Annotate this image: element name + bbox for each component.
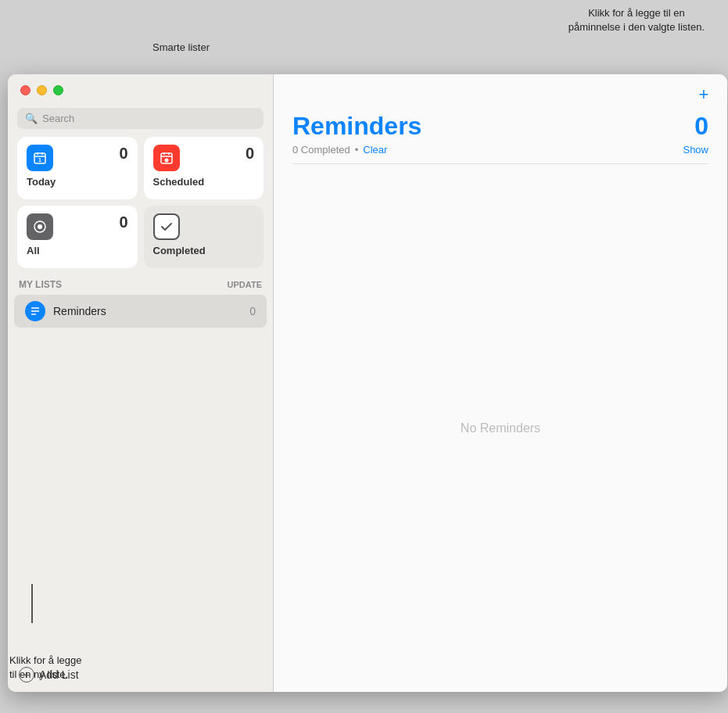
annotation-smart-lists: Smarte lister bbox=[152, 41, 210, 55]
completed-label: Completed bbox=[153, 245, 255, 256]
today-count: 0 bbox=[119, 145, 127, 163]
completed-row: 0 Completed • Clear Show bbox=[274, 141, 727, 156]
svg-point-9 bbox=[164, 159, 168, 163]
smart-lists-grid: 1 0 Today bbox=[8, 137, 273, 276]
reminders-list-name: Reminders bbox=[53, 305, 242, 317]
annotation-line-add-list bbox=[31, 584, 33, 623]
completed-count-label: 0 Completed bbox=[292, 144, 350, 156]
all-label: All bbox=[27, 245, 128, 256]
clear-button[interactable]: Clear bbox=[363, 144, 387, 156]
svg-point-11 bbox=[38, 224, 42, 229]
smart-card-completed[interactable]: Completed bbox=[144, 206, 264, 268]
reminders-count: 0 bbox=[694, 112, 708, 141]
search-bar[interactable]: 🔍 Search bbox=[17, 108, 264, 129]
search-input-placeholder: Search bbox=[42, 113, 74, 124]
annotation-add-list: Klikk for å legge til en ny liste. bbox=[9, 654, 82, 682]
smart-card-scheduled[interactable]: 0 Scheduled bbox=[144, 137, 264, 199]
reminders-list-count: 0 bbox=[249, 305, 256, 317]
dot-separator: • bbox=[355, 144, 359, 156]
search-icon: 🔍 bbox=[25, 113, 38, 124]
reminders-title: Reminders bbox=[292, 112, 421, 141]
main-topbar: + bbox=[274, 74, 727, 106]
app-window: 🔍 Search 1 0 bbox=[8, 74, 727, 692]
annotation-add-reminder: Klikk for å legge til en påminnelse i de… bbox=[568, 6, 705, 34]
today-label: Today bbox=[27, 176, 128, 188]
list-item-reminders[interactable]: Reminders 0 bbox=[14, 295, 267, 328]
empty-state: No Reminders bbox=[274, 164, 727, 692]
show-button[interactable]: Show bbox=[683, 144, 708, 156]
scheduled-count: 0 bbox=[246, 145, 254, 163]
main-content: + Reminders 0 0 Completed • Clear Show N… bbox=[274, 74, 727, 692]
add-reminder-button[interactable]: + bbox=[693, 84, 715, 106]
svg-text:1: 1 bbox=[38, 157, 41, 163]
my-lists-title: My Lists bbox=[19, 279, 62, 290]
minimize-button[interactable] bbox=[37, 85, 47, 95]
completed-icon bbox=[153, 213, 180, 240]
update-button[interactable]: UPDATE bbox=[228, 280, 262, 289]
empty-state-label: No Reminders bbox=[461, 421, 540, 435]
reminders-header: Reminders 0 bbox=[274, 106, 727, 141]
all-icon bbox=[27, 213, 53, 240]
smart-card-today[interactable]: 1 0 Today bbox=[17, 137, 138, 199]
fullscreen-button[interactable] bbox=[53, 85, 63, 95]
close-button[interactable] bbox=[20, 85, 30, 95]
traffic-lights bbox=[8, 74, 273, 103]
sidebar: 🔍 Search 1 0 bbox=[8, 74, 274, 692]
my-lists-header: My Lists UPDATE bbox=[8, 276, 273, 295]
smart-card-all[interactable]: 0 All bbox=[17, 206, 138, 268]
scheduled-label: Scheduled bbox=[153, 176, 255, 188]
today-icon: 1 bbox=[27, 145, 53, 171]
all-count: 0 bbox=[119, 213, 127, 231]
scheduled-icon bbox=[153, 145, 180, 171]
reminders-list-icon bbox=[25, 301, 45, 321]
